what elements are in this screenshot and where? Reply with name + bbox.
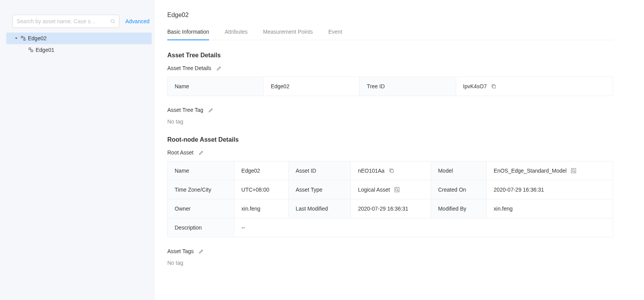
table-label-owner: Owner xyxy=(168,199,234,218)
table-label-lastmodified: Last Modified xyxy=(289,199,351,218)
edit-icon[interactable] xyxy=(208,107,214,113)
table-label-assettype: Asset Type xyxy=(289,180,351,199)
main-content: Edge02 Basic Information Attributes Meas… xyxy=(155,0,644,300)
svg-rect-13 xyxy=(395,187,399,192)
table-value-timezone: UTC+08:00 xyxy=(234,180,289,199)
subheading-asset-tags: Asset Tags xyxy=(167,248,194,254)
svg-rect-2 xyxy=(21,36,23,38)
table-value-treeid: IpvK4sO7 xyxy=(456,77,613,96)
svg-rect-8 xyxy=(493,86,496,88)
table-label-model: Model xyxy=(431,161,487,180)
assetid-text: nEO101Aa xyxy=(358,168,385,174)
sidebar: Advanced Edge02 Edge01 xyxy=(0,0,155,300)
table-label-name: Name xyxy=(168,161,234,180)
table-value-createdon: 2020-07-29 16:36:31 xyxy=(487,180,613,199)
svg-rect-7 xyxy=(31,50,33,52)
table-label-name: Name xyxy=(168,77,264,96)
tree-item-label: Edge02 xyxy=(28,35,46,41)
root-asset-table: Name Edge02 Asset ID nEO101Aa Model EnOS… xyxy=(167,161,613,237)
section-heading-asset-tree: Asset Tree Details xyxy=(167,52,613,59)
copy-icon[interactable] xyxy=(388,168,395,174)
tab-measurement-points[interactable]: Measurement Points xyxy=(263,29,313,40)
section-heading-root-node: Root-node Asset Details xyxy=(167,136,613,143)
asset-tree: Edge02 Edge01 xyxy=(6,33,152,56)
search-input[interactable] xyxy=(13,18,106,24)
subheading-asset-tree-details: Asset Tree Details xyxy=(167,65,211,71)
table-value-name: Edge02 xyxy=(264,77,360,96)
svg-rect-6 xyxy=(29,48,31,50)
table-label-treeid: Tree ID xyxy=(360,77,456,96)
caret-down-icon[interactable] xyxy=(14,36,19,41)
subheading-asset-tree-tag: Asset Tree Tag xyxy=(167,107,203,113)
table-value-assettype: Logical Asset xyxy=(351,180,431,199)
table-value-model: EnOS_Edge_Standard_Model xyxy=(487,161,613,180)
svg-point-0 xyxy=(111,19,114,22)
assettype-text: Logical Asset xyxy=(358,187,390,193)
table-label-assetid: Asset ID xyxy=(289,161,351,180)
tree-item-edge01[interactable]: Edge01 xyxy=(6,44,152,56)
edit-icon[interactable] xyxy=(216,65,222,71)
table-value-description: -- xyxy=(234,218,613,237)
tabs: Basic Information Attributes Measurement… xyxy=(167,29,613,40)
svg-line-15 xyxy=(398,190,398,191)
edit-icon[interactable] xyxy=(198,149,204,156)
advanced-link[interactable]: Advanced xyxy=(125,18,152,24)
svg-line-1 xyxy=(113,22,115,24)
table-label-createdon: Created On xyxy=(431,180,487,199)
zoom-icon[interactable] xyxy=(570,168,577,174)
tab-basic-information[interactable]: Basic Information xyxy=(167,29,209,40)
tab-attributes[interactable]: Attributes xyxy=(225,29,247,40)
no-tag-text: No tag xyxy=(167,260,613,266)
svg-rect-9 xyxy=(391,170,393,173)
svg-rect-3 xyxy=(24,39,25,40)
asset-tree-table: Name Edge02 Tree ID IpvK4sO7 xyxy=(167,77,613,96)
node-icon xyxy=(28,47,34,53)
search-box xyxy=(12,15,119,28)
edit-icon[interactable] xyxy=(198,248,204,254)
copy-icon[interactable] xyxy=(491,83,497,89)
tab-event[interactable]: Event xyxy=(328,29,342,40)
treeid-text: IpvK4sO7 xyxy=(463,83,487,89)
table-label-timezone: Time Zone/City xyxy=(168,180,234,199)
page-title: Edge02 xyxy=(167,12,613,19)
svg-point-11 xyxy=(572,170,575,172)
model-text: EnOS_Edge_Standard_Model xyxy=(494,168,567,174)
no-tag-text: No tag xyxy=(167,118,613,125)
zoom-icon[interactable] xyxy=(394,187,400,193)
subheading-root-asset: Root Asset xyxy=(167,149,194,156)
tree-item-label: Edge01 xyxy=(36,47,54,53)
svg-rect-10 xyxy=(571,168,576,173)
table-value-name: Edge02 xyxy=(234,161,289,180)
table-value-assetid: nEO101Aa xyxy=(351,161,431,180)
table-value-modifiedby: xin.feng xyxy=(487,199,613,218)
table-label-modifiedby: Modified By xyxy=(431,199,487,218)
svg-point-14 xyxy=(395,189,398,191)
table-label-description: Description xyxy=(168,218,234,237)
node-icon xyxy=(20,35,26,41)
svg-line-12 xyxy=(574,171,575,172)
table-value-lastmodified: 2020-07-29 16:36:31 xyxy=(351,199,431,218)
table-value-owner: xin.feng xyxy=(234,199,289,218)
tree-item-edge02[interactable]: Edge02 xyxy=(6,33,152,44)
search-icon[interactable] xyxy=(106,19,119,24)
